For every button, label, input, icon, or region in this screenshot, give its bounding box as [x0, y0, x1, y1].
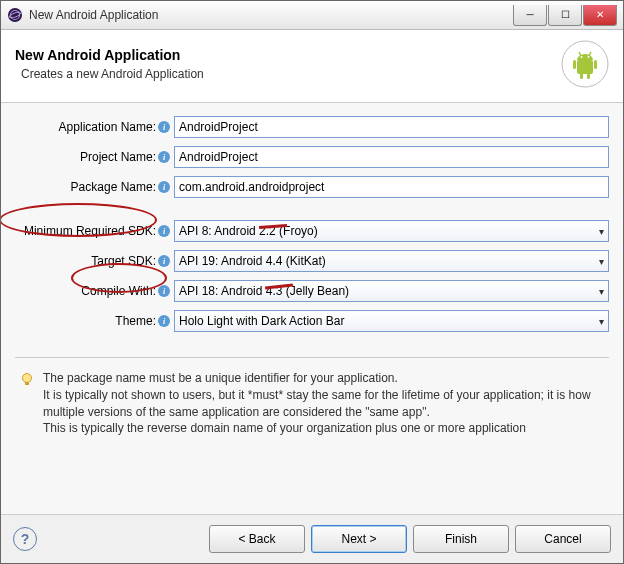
chevron-down-icon: ▾	[599, 226, 604, 237]
theme-label: Theme:i	[15, 314, 170, 328]
svg-rect-6	[594, 60, 597, 69]
info-icon[interactable]: i	[158, 285, 170, 297]
chevron-down-icon: ▾	[599, 316, 604, 327]
eclipse-icon	[7, 7, 23, 23]
cancel-button[interactable]: Cancel	[515, 525, 611, 553]
close-button[interactable]: ✕	[583, 5, 617, 26]
lightbulb-icon	[19, 372, 35, 388]
svg-rect-14	[25, 382, 29, 385]
info-icon[interactable]: i	[158, 225, 170, 237]
svg-rect-5	[573, 60, 576, 69]
help-text-line: This is typically the reverse domain nam…	[43, 420, 605, 437]
svg-rect-7	[580, 73, 583, 79]
theme-select[interactable]: Holo Light with Dark Action Bar ▾	[174, 310, 609, 332]
svg-rect-8	[587, 73, 590, 79]
info-icon[interactable]: i	[158, 181, 170, 193]
back-button[interactable]: < Back	[209, 525, 305, 553]
package-name-label: Package Name:i	[15, 180, 170, 194]
svg-rect-4	[577, 60, 593, 74]
info-icon[interactable]: i	[158, 151, 170, 163]
help-text-line: It is typically not shown to users, but …	[43, 387, 605, 421]
compile-with-value: API 18: Android 4.3 (Jelly Bean)	[179, 284, 349, 298]
help-panel: The package name must be a unique identi…	[15, 357, 609, 437]
min-sdk-label: Minimum Required SDK:i	[15, 224, 170, 238]
info-icon[interactable]: i	[158, 255, 170, 267]
package-name-input[interactable]	[174, 176, 609, 198]
app-name-input[interactable]	[174, 116, 609, 138]
page-subtitle: Creates a new Android Application	[21, 67, 204, 81]
finish-button[interactable]: Finish	[413, 525, 509, 553]
project-name-input[interactable]	[174, 146, 609, 168]
svg-point-12	[588, 56, 590, 58]
dialog-window: New Android Application ─ ☐ ✕ New Androi…	[0, 0, 624, 564]
android-icon	[561, 40, 609, 88]
page-title: New Android Application	[15, 47, 204, 63]
maximize-button[interactable]: ☐	[548, 5, 582, 26]
window-title: New Android Application	[29, 8, 512, 22]
help-icon[interactable]: ?	[13, 527, 37, 551]
dialog-header: New Android Application Creates a new An…	[1, 30, 623, 103]
svg-point-13	[23, 374, 32, 383]
app-name-label: Application Name:i	[15, 120, 170, 134]
theme-value: Holo Light with Dark Action Bar	[179, 314, 344, 328]
titlebar[interactable]: New Android Application ─ ☐ ✕	[1, 1, 623, 30]
svg-point-11	[581, 56, 583, 58]
target-sdk-label: Target SDK:i	[15, 254, 170, 268]
min-sdk-select[interactable]: API 8: Android 2.2 (Froyo) ▾	[174, 220, 609, 242]
info-icon[interactable]: i	[158, 121, 170, 133]
target-sdk-select[interactable]: API 19: Android 4.4 (KitKat) ▾	[174, 250, 609, 272]
project-name-label: Project Name:i	[15, 150, 170, 164]
dialog-footer: ? < Back Next > Finish Cancel	[1, 514, 623, 563]
help-text-line: The package name must be a unique identi…	[43, 370, 605, 387]
compile-with-label: Compile With:i	[15, 284, 170, 298]
compile-with-select[interactable]: API 18: Android 4.3 (Jelly Bean) ▾	[174, 280, 609, 302]
minimize-button[interactable]: ─	[513, 5, 547, 26]
min-sdk-value: API 8: Android 2.2 (Froyo)	[179, 224, 318, 238]
chevron-down-icon: ▾	[599, 286, 604, 297]
chevron-down-icon: ▾	[599, 256, 604, 267]
dialog-body: Application Name:i Project Name:i Packag…	[1, 103, 623, 514]
info-icon[interactable]: i	[158, 315, 170, 327]
target-sdk-value: API 19: Android 4.4 (KitKat)	[179, 254, 326, 268]
next-button[interactable]: Next >	[311, 525, 407, 553]
